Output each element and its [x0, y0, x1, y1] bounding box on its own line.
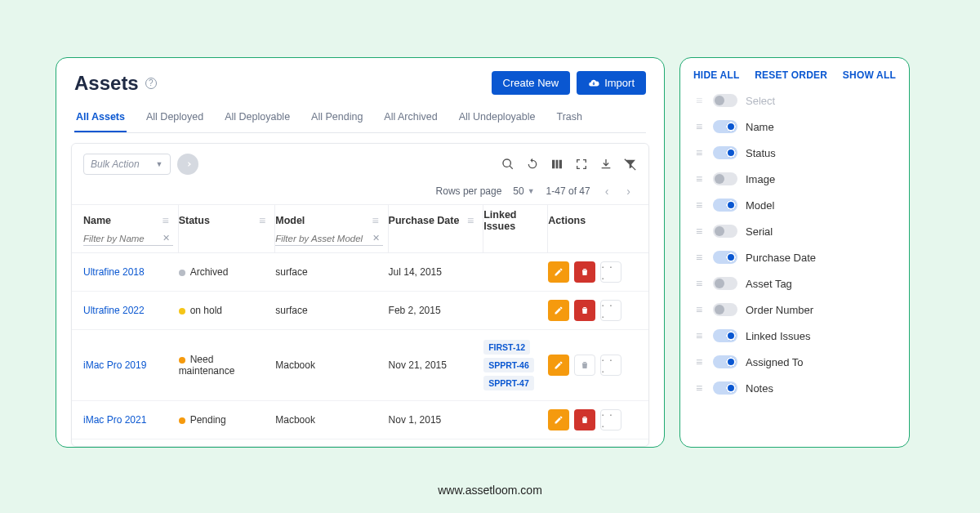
show-all-button[interactable]: SHOW ALL	[843, 69, 896, 81]
drag-handle-icon[interactable]: ≡	[693, 355, 705, 368]
edit-button[interactable]	[548, 261, 569, 283]
issue-tag[interactable]: SPPRT-47	[483, 376, 534, 390]
linked-issues-cell	[483, 264, 548, 280]
toggle-switch[interactable]	[713, 146, 737, 159]
drag-handle-icon[interactable]: ≡	[693, 172, 705, 185]
model-cell: Macbook	[275, 351, 388, 379]
drag-handle-icon[interactable]: ≡	[693, 329, 705, 342]
hide-all-button[interactable]: HIDE ALL	[693, 69, 740, 81]
drag-handle-icon[interactable]: ≡	[693, 303, 705, 316]
search-icon[interactable]	[501, 158, 514, 171]
asset-link[interactable]: iMac Pro 2021	[83, 414, 146, 426]
toggle-switch[interactable]	[713, 251, 737, 264]
toggle-switch[interactable]	[713, 303, 737, 316]
help-icon[interactable]: ?	[145, 78, 157, 89]
toggle-switch[interactable]	[713, 199, 737, 212]
tab-all-archived[interactable]: All Archived	[382, 103, 439, 132]
purchase-date-cell: Mar 6, 2016	[389, 444, 484, 446]
drag-handle-icon[interactable]: ≡	[162, 214, 167, 227]
col-status-label: Status	[179, 215, 210, 226]
drag-handle-icon[interactable]: ≡	[693, 120, 705, 133]
column-toggle-item: ≡Order Number	[693, 300, 896, 319]
edit-button[interactable]	[548, 300, 569, 321]
tab-all-deployed[interactable]: All Deployed	[145, 103, 205, 132]
toggle-switch[interactable]	[713, 355, 737, 368]
more-actions-button[interactable]: · · ·	[600, 355, 621, 376]
drag-handle-icon[interactable]: ≡	[693, 146, 705, 159]
filter-name-input[interactable]	[83, 234, 159, 243]
delete-button[interactable]	[574, 300, 595, 321]
drag-handle-icon: ≡	[693, 94, 705, 107]
page-title: Assets	[74, 72, 139, 95]
delete-button[interactable]	[574, 261, 595, 283]
drag-handle-icon[interactable]: ≡	[693, 381, 705, 395]
download-icon[interactable]	[599, 158, 612, 171]
drag-handle-icon[interactable]: ≡	[372, 214, 377, 227]
purchase-date-cell: Jul 14, 2015	[389, 258, 484, 286]
col-actions-label: Actions	[548, 215, 586, 226]
more-actions-button[interactable]: · · ·	[600, 409, 621, 430]
toggle-switch[interactable]	[713, 329, 737, 342]
tab-all-undeployable[interactable]: All Undeployable	[457, 103, 537, 132]
issue-tag[interactable]: SPPRT-46	[483, 358, 534, 372]
import-button[interactable]: Import	[577, 71, 646, 95]
more-actions-button[interactable]: · · ·	[600, 261, 621, 283]
filter-off-icon[interactable]	[624, 158, 637, 171]
columns-icon[interactable]	[550, 158, 564, 171]
clear-filter-icon[interactable]: ✕	[159, 233, 173, 243]
tab-all-deployable[interactable]: All Deployable	[223, 103, 292, 132]
drag-handle-icon[interactable]: ≡	[693, 199, 705, 212]
bulk-action-label: Bulk Action	[91, 158, 140, 170]
toggle-switch[interactable]	[713, 277, 737, 290]
column-toggle-label: Name	[746, 121, 774, 133]
asset-link[interactable]: Ultrafine 2018	[83, 266, 145, 278]
tab-all-pending[interactable]: All Pending	[310, 103, 364, 132]
reset-order-button[interactable]: RESET ORDER	[755, 69, 827, 81]
toggle-switch[interactable]	[713, 381, 737, 395]
column-toggle-item: ≡Assigned To	[693, 352, 896, 372]
model-cell: Macbook	[275, 406, 388, 434]
asset-link[interactable]: iMac Pro 2019	[83, 359, 146, 371]
delete-button[interactable]	[574, 355, 595, 376]
model-cell: Macbook	[275, 444, 388, 446]
column-toggle-label: Image	[746, 173, 775, 185]
issue-tag[interactable]: FIRST-12	[483, 340, 530, 355]
asset-link[interactable]: Ultrafine 2022	[83, 305, 145, 316]
tab-all-assets[interactable]: All Assets	[74, 103, 127, 132]
edit-button[interactable]	[548, 355, 569, 376]
drag-handle-icon[interactable]: ≡	[693, 225, 705, 238]
clear-filter-icon[interactable]: ✕	[369, 233, 383, 243]
delete-button[interactable]	[574, 409, 595, 430]
purchase-date-cell: Nov 1, 2015	[389, 406, 484, 434]
column-toggle-item: ≡Notes	[693, 378, 896, 398]
toggle-switch[interactable]	[713, 172, 737, 185]
linked-issues-cell: FIRST-12SPPRT-46SPPRT-47	[483, 330, 548, 400]
table-row: Ultrafine 2022on holdsurfaceFeb 2, 2015·…	[72, 292, 648, 330]
toggle-switch[interactable]	[713, 225, 737, 238]
rows-per-page-label: Rows per page	[436, 185, 502, 197]
drag-handle-icon[interactable]: ≡	[467, 214, 473, 227]
edit-button[interactable]	[548, 409, 569, 430]
drag-handle-icon[interactable]: ≡	[693, 251, 705, 264]
create-new-button[interactable]: Create New	[492, 71, 571, 95]
filter-model-input[interactable]	[275, 234, 368, 243]
toggle-switch[interactable]	[713, 120, 737, 133]
purchase-date-cell: Feb 2, 2015	[389, 297, 484, 324]
drag-handle-icon[interactable]: ≡	[259, 214, 265, 227]
status-cell: Pending	[179, 406, 276, 434]
tab-trash[interactable]: Trash	[555, 103, 584, 132]
apply-bulk-button[interactable]	[177, 154, 198, 175]
rows-per-page-select[interactable]: 50 ▼	[513, 185, 534, 197]
refresh-icon[interactable]	[526, 158, 539, 171]
fullscreen-icon[interactable]	[575, 158, 588, 171]
footer-link[interactable]: www.assetloom.com	[438, 484, 542, 497]
column-toggle-item: ≡Status	[693, 143, 896, 163]
col-linked-issues-label: Linked Issues	[483, 209, 537, 232]
more-actions-button[interactable]: · · ·	[600, 300, 621, 321]
column-toggle-label: Model	[746, 199, 774, 212]
prev-page-button[interactable]: ‹	[602, 185, 612, 198]
next-page-button[interactable]: ›	[623, 185, 634, 198]
drag-handle-icon[interactable]: ≡	[693, 277, 705, 290]
bulk-action-select[interactable]: Bulk Action ▼	[83, 154, 171, 175]
pagination-range: 1-47 of 47	[546, 185, 590, 197]
